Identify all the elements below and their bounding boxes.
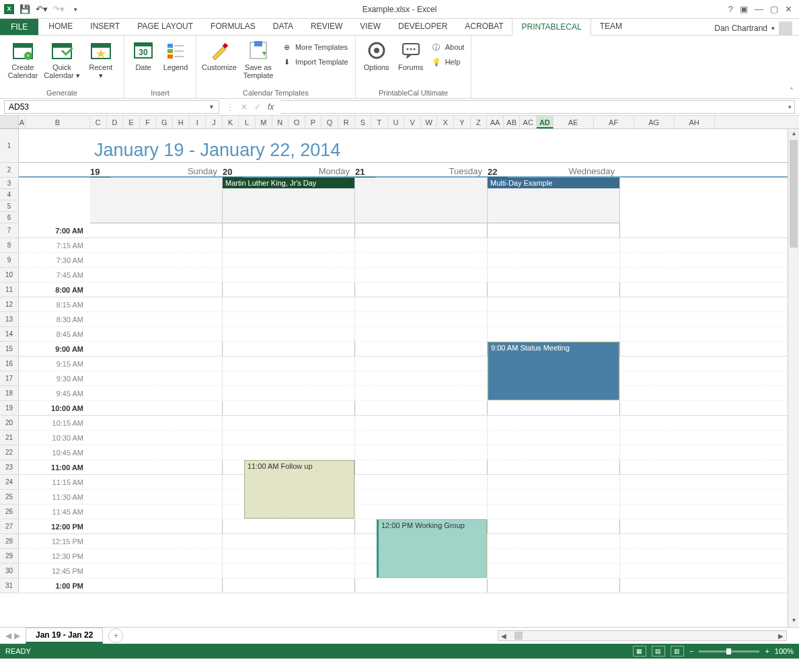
calendar-cell[interactable] xyxy=(488,223,620,237)
col-header-L[interactable]: L xyxy=(239,116,256,128)
calendar-cell[interactable] xyxy=(90,312,223,326)
col-header-Z[interactable]: Z xyxy=(471,116,488,128)
calendar-cell[interactable] xyxy=(223,386,355,400)
calendar-cell[interactable] xyxy=(488,416,620,430)
normal-view-button[interactable]: ▦ xyxy=(633,646,646,657)
calendar-cell[interactable] xyxy=(223,578,355,593)
calendar-cell[interactable] xyxy=(223,357,355,371)
col-header-M[interactable]: M xyxy=(256,116,272,128)
row-header-14[interactable]: 14 xyxy=(0,327,19,342)
row-header-17[interactable]: 17 xyxy=(0,371,19,386)
row-header-2[interactable]: 2 xyxy=(0,163,19,178)
calendar-cell[interactable] xyxy=(355,312,488,326)
calendar-cell[interactable] xyxy=(90,297,223,311)
calendar-cell[interactable] xyxy=(488,327,620,341)
calendar-cell[interactable] xyxy=(90,564,223,578)
col-header-AE[interactable]: AE xyxy=(554,116,594,128)
ribbon-display-icon[interactable]: ▣ xyxy=(740,4,748,14)
col-header-O[interactable]: O xyxy=(289,116,305,128)
calendar-cell[interactable] xyxy=(355,460,488,474)
col-header-F[interactable]: F xyxy=(140,116,157,128)
row-header-1[interactable]: 1 xyxy=(0,129,19,163)
quick-calendar-button[interactable]: Quick Calendar ▾ xyxy=(43,38,81,86)
calendar-cell[interactable] xyxy=(90,268,223,282)
calendar-cell[interactable] xyxy=(90,505,223,519)
calendar-cell[interactable] xyxy=(223,342,355,356)
calendar-cell[interactable] xyxy=(90,253,223,267)
formula-input[interactable]: ▾ xyxy=(280,100,795,114)
column-headers[interactable]: ABCDEFGHIJKLMNOPQRSTUVWXYZAAABACADAEAFAG… xyxy=(0,116,799,129)
col-header-C[interactable]: C xyxy=(90,116,107,128)
calendar-cell[interactable] xyxy=(355,223,488,237)
calendar-cell[interactable] xyxy=(488,505,620,519)
row-header-25[interactable]: 25 xyxy=(0,490,19,505)
col-header-AH[interactable]: AH xyxy=(675,116,715,128)
col-header-U[interactable]: U xyxy=(388,116,405,128)
calendar-cell[interactable] xyxy=(488,297,620,311)
calendar-cell[interactable] xyxy=(355,431,488,445)
row-header-11[interactable]: 11 xyxy=(0,283,19,297)
chevron-down-icon[interactable]: ▼ xyxy=(208,104,215,110)
tab-page-layout[interactable]: PAGE LAYOUT xyxy=(128,18,202,35)
calendar-cell[interactable] xyxy=(355,505,488,519)
calendar-cell[interactable] xyxy=(223,283,355,297)
undo-icon[interactable]: ↶▾ xyxy=(36,4,48,14)
col-header-AA[interactable]: AA xyxy=(487,116,504,128)
more-templates-button[interactable]: ⊕More Templates xyxy=(278,40,351,54)
row-header-16[interactable]: 16 xyxy=(0,357,19,371)
forums-button[interactable]: Forums xyxy=(395,38,427,86)
calendar-cell[interactable] xyxy=(90,401,223,415)
calendar-cell[interactable] xyxy=(90,549,223,563)
col-header-AC[interactable]: AC xyxy=(520,116,537,128)
row-header-8[interactable]: 8 xyxy=(0,238,19,253)
calendar-cell[interactable] xyxy=(90,445,223,459)
zoom-level[interactable]: 100% xyxy=(775,647,794,655)
calendar-cell[interactable] xyxy=(488,475,620,489)
row-header-3[interactable]: 3 xyxy=(0,178,19,189)
row-header-28[interactable]: 28 xyxy=(0,534,19,549)
calendar-cell[interactable] xyxy=(488,283,620,297)
calendar-cell[interactable] xyxy=(90,416,223,430)
create-calendar-button[interactable]: + Create Calendar xyxy=(4,38,42,86)
calendar-cell[interactable] xyxy=(355,327,488,341)
calendar-cell[interactable] xyxy=(90,223,223,237)
calendar-cell[interactable] xyxy=(488,490,620,504)
calendar-cell[interactable] xyxy=(223,549,355,563)
calendar-cell[interactable] xyxy=(488,238,620,252)
calendar-cell[interactable] xyxy=(90,327,223,341)
options-button[interactable]: Options xyxy=(360,38,393,86)
calendar-event[interactable]: 12:00 PM Working Group xyxy=(377,519,487,578)
calendar-cell[interactable] xyxy=(223,223,355,237)
calendar-cell[interactable] xyxy=(355,401,488,415)
close-icon[interactable]: ✕ xyxy=(785,4,792,14)
calendar-cell[interactable] xyxy=(488,519,620,533)
calendar-cell[interactable] xyxy=(223,312,355,326)
tab-insert[interactable]: INSERT xyxy=(81,18,128,35)
calendar-cell[interactable] xyxy=(223,401,355,415)
row-header-10[interactable]: 10 xyxy=(0,268,19,283)
col-header-P[interactable]: P xyxy=(305,116,322,128)
sheet-nav-next-icon[interactable]: ▶ xyxy=(14,631,20,640)
row-header-30[interactable]: 30 xyxy=(0,564,19,578)
save-icon[interactable]: 💾 xyxy=(19,4,31,14)
calendar-cell[interactable] xyxy=(355,268,488,282)
calendar-cell[interactable] xyxy=(355,238,488,252)
calendar-cell[interactable] xyxy=(355,253,488,267)
calendar-cell[interactable] xyxy=(488,460,620,474)
row-header-5[interactable]: 5 xyxy=(0,200,19,212)
col-header-A[interactable]: A xyxy=(19,116,26,128)
tab-view[interactable]: VIEW xyxy=(351,18,389,35)
col-header-AB[interactable]: AB xyxy=(504,116,521,128)
tab-printablecal[interactable]: PRINTABLECAL xyxy=(512,18,591,36)
col-header-N[interactable]: N xyxy=(272,116,289,128)
row-header-29[interactable]: 29 xyxy=(0,549,19,564)
fx-icon[interactable]: fx xyxy=(268,102,274,112)
calendar-cell[interactable] xyxy=(90,431,223,445)
col-header-K[interactable]: K xyxy=(223,116,239,128)
calendar-cell[interactable] xyxy=(488,564,620,578)
col-header-G[interactable]: G xyxy=(156,116,173,128)
import-template-button[interactable]: ⬇Import Template xyxy=(278,54,351,69)
calendar-cell[interactable] xyxy=(90,519,223,533)
sheet-tab-active[interactable]: Jan 19 - Jan 22 xyxy=(26,628,103,644)
restore-icon[interactable]: ▢ xyxy=(770,4,778,14)
